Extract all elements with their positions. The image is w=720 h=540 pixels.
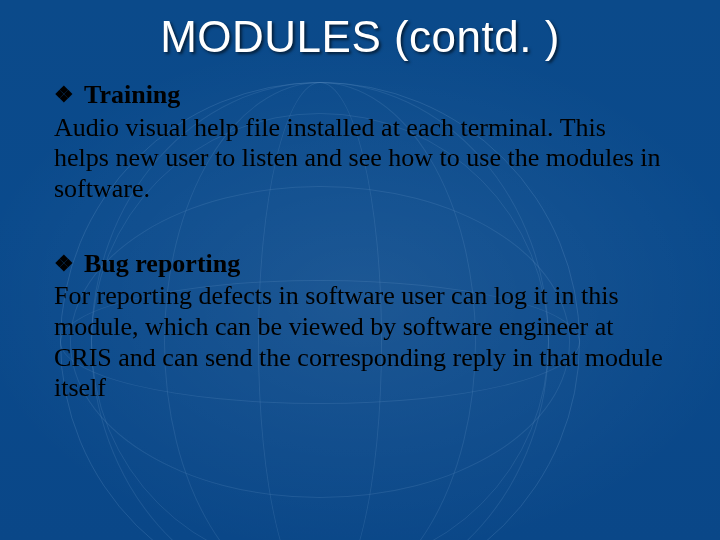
section-bug-reporting: ❖ Bug reporting For reporting defects in… xyxy=(54,249,666,404)
section-heading: ❖ Training xyxy=(54,80,666,111)
slide-content: ❖ Training Audio visual help file instal… xyxy=(54,80,666,448)
section-training: ❖ Training Audio visual help file instal… xyxy=(54,80,666,205)
diamond-bullet-icon: ❖ xyxy=(54,84,74,106)
section-body-text: For reporting defects in software user c… xyxy=(54,281,666,404)
section-heading-text: Bug reporting xyxy=(84,249,240,280)
slide: MODULES (contd. ) ❖ Training Audio visua… xyxy=(0,0,720,540)
section-heading: ❖ Bug reporting xyxy=(54,249,666,280)
slide-title: MODULES (contd. ) xyxy=(0,12,720,62)
section-body-text: Audio visual help file installed at each… xyxy=(54,113,666,205)
section-heading-text: Training xyxy=(84,80,180,111)
diamond-bullet-icon: ❖ xyxy=(54,253,74,275)
